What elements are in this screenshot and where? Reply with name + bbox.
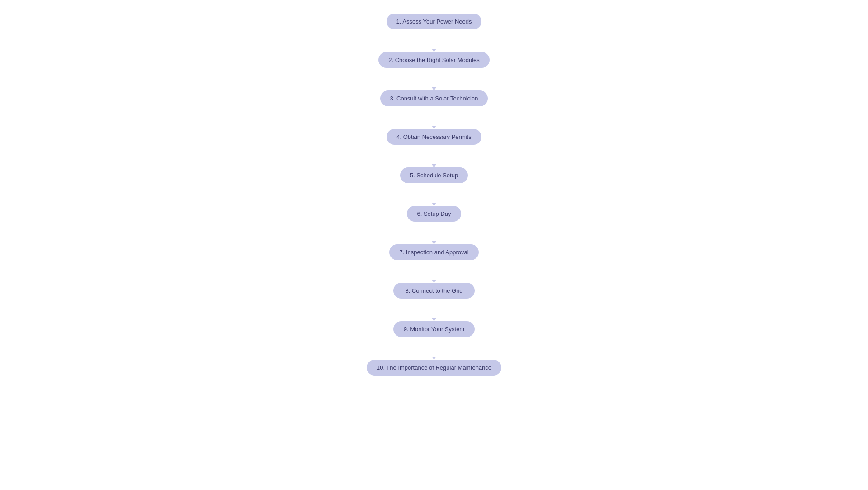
node-4[interactable]: 4. Obtain Necessary Permits	[387, 129, 481, 145]
node-5[interactable]: 5. Schedule Setup	[400, 167, 468, 183]
connector-6	[434, 222, 434, 244]
node-9[interactable]: 9. Monitor Your System	[393, 321, 475, 337]
connector-8	[434, 299, 434, 321]
node-7[interactable]: 7. Inspection and Approval	[389, 244, 478, 260]
flowchart: 1. Assess Your Power Needs2. Choose the …	[366, 14, 502, 376]
node-2[interactable]: 2. Choose the Right Solar Modules	[378, 52, 490, 68]
node-3[interactable]: 3. Consult with a Solar Technician	[380, 90, 488, 106]
connector-1	[434, 29, 434, 52]
connector-7	[434, 260, 434, 283]
connector-9	[434, 337, 434, 360]
connector-5	[434, 183, 434, 206]
node-1[interactable]: 1. Assess Your Power Needs	[387, 14, 482, 29]
connector-2	[434, 68, 434, 90]
connector-3	[434, 106, 434, 129]
node-8[interactable]: 8. Connect to the Grid	[393, 283, 475, 299]
node-6[interactable]: 6. Setup Day	[407, 206, 461, 222]
connector-4	[434, 145, 434, 167]
node-10[interactable]: 10. The Importance of Regular Maintenanc…	[367, 360, 501, 376]
